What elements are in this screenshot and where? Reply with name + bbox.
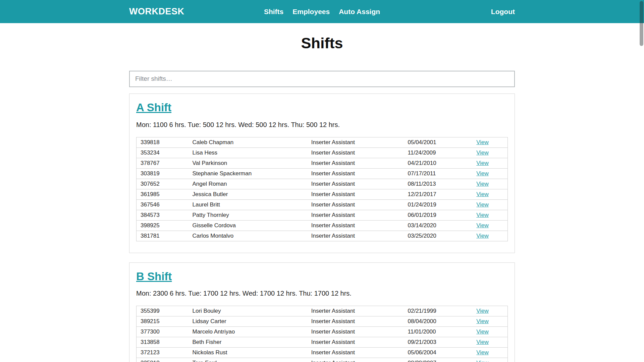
employee-role: Inserter Assistant bbox=[307, 168, 404, 179]
employee-role: Inserter Assistant bbox=[307, 220, 404, 231]
employee-role: Inserter Assistant bbox=[307, 210, 404, 220]
view-link[interactable]: View bbox=[476, 308, 489, 314]
employee-name: Marcelo Antriyao bbox=[188, 327, 307, 337]
employee-date: 03/14/2020 bbox=[404, 220, 473, 231]
shift-name-link[interactable]: A Shift bbox=[136, 101, 171, 114]
view-link[interactable]: View bbox=[476, 233, 489, 239]
employee-role: Inserter Assistant bbox=[307, 348, 404, 358]
employee-row: 361985 Jessica Butler Inserter Assistant… bbox=[137, 189, 508, 199]
employee-name: Val Parkinson bbox=[188, 158, 307, 168]
employee-row: 339818 Caleb Chapman Inserter Assistant … bbox=[137, 137, 508, 147]
employee-role: Inserter Assistant bbox=[307, 189, 404, 199]
employee-view-cell: View bbox=[472, 210, 507, 220]
employee-table: 339818 Caleb Chapman Inserter Assistant … bbox=[136, 137, 508, 241]
employee-id: 378767 bbox=[137, 158, 189, 168]
employee-id: 384573 bbox=[137, 210, 189, 220]
employee-view-cell: View bbox=[472, 316, 507, 327]
view-link[interactable]: View bbox=[476, 318, 489, 324]
header-container: WORKDESK ShiftsEmployeesAuto Assign Logo… bbox=[129, 0, 515, 23]
employee-view-cell: View bbox=[472, 137, 507, 147]
employee-name: Laurel Britt bbox=[188, 199, 307, 210]
filter-input[interactable] bbox=[129, 71, 515, 87]
employee-date: 02/21/1999 bbox=[404, 306, 473, 316]
employee-role: Inserter Assistant bbox=[307, 179, 404, 189]
scrollbar-thumb[interactable] bbox=[640, 1, 643, 46]
employee-name: Jessica Butler bbox=[188, 189, 307, 199]
employee-id: 389215 bbox=[137, 316, 189, 327]
employee-row: 384573 Patty Thornley Inserter Assistant… bbox=[137, 210, 508, 220]
employee-role: Inserter Assistant bbox=[307, 199, 404, 210]
view-link[interactable]: View bbox=[476, 181, 489, 187]
employee-row: 389215 Lidsay Carter Inserter Assistant … bbox=[137, 316, 508, 327]
employee-date: 05/04/2001 bbox=[404, 137, 473, 147]
view-link[interactable]: View bbox=[476, 360, 489, 362]
view-link[interactable]: View bbox=[476, 328, 489, 335]
logout-link[interactable]: Logout bbox=[491, 8, 515, 16]
employee-view-cell: View bbox=[472, 147, 507, 158]
employee-date: 03/25/2020 bbox=[404, 231, 473, 241]
employee-role: Inserter Assistant bbox=[307, 306, 404, 316]
employee-name: Caleb Chapman bbox=[188, 137, 307, 147]
employee-name: Gisselle Cordova bbox=[188, 220, 307, 231]
page-title: Shifts bbox=[129, 35, 515, 52]
employee-name: Beth Fisher bbox=[188, 337, 307, 348]
view-link[interactable]: View bbox=[476, 139, 489, 145]
employee-row: 398925 Gisselle Cordova Inserter Assista… bbox=[137, 220, 508, 231]
employee-view-cell: View bbox=[472, 358, 507, 362]
brand-logo[interactable]: WORKDESK bbox=[129, 6, 184, 17]
employee-id: 307652 bbox=[137, 179, 189, 189]
nav-item-auto-assign[interactable]: Auto Assign bbox=[339, 8, 380, 16]
shift-name-link[interactable]: B Shift bbox=[136, 270, 172, 283]
employee-name: Angel Roman bbox=[188, 179, 307, 189]
employee-role: Inserter Assistant bbox=[307, 358, 404, 362]
employee-date: 05/06/2004 bbox=[404, 348, 473, 358]
employee-row: 313858 Beth Fisher Inserter Assistant 09… bbox=[137, 337, 508, 348]
nav-item-employees[interactable]: Employees bbox=[292, 8, 330, 16]
employee-id: 398925 bbox=[137, 220, 189, 231]
main-content: Shifts A Shift Mon: 1100 6 hrs. Tue: 500… bbox=[129, 35, 515, 362]
view-link[interactable]: View bbox=[476, 201, 489, 208]
employee-date: 06/01/2019 bbox=[404, 210, 473, 220]
employee-id: 381781 bbox=[137, 231, 189, 241]
view-link[interactable]: View bbox=[476, 212, 489, 218]
shift-list: A Shift Mon: 1100 6 hrs. Tue: 500 12 hrs… bbox=[129, 94, 515, 362]
employee-id: 355399 bbox=[137, 306, 189, 316]
employee-row: 355399 Lori Bouley Inserter Assistant 02… bbox=[137, 306, 508, 316]
scrollbar[interactable] bbox=[639, 0, 644, 362]
view-link[interactable]: View bbox=[476, 339, 489, 345]
employee-row: 353234 Lisa Hess Inserter Assistant 11/2… bbox=[137, 147, 508, 158]
employee-date: 04/21/2010 bbox=[404, 158, 473, 168]
app-header: WORKDESK ShiftsEmployeesAuto Assign Logo… bbox=[0, 0, 644, 23]
shift-schedule: Mon: 2300 6 hrs. Tue: 1700 12 hrs. Wed: … bbox=[136, 290, 508, 297]
employee-name: Lisa Hess bbox=[188, 147, 307, 158]
view-link[interactable]: View bbox=[476, 160, 489, 166]
employee-row: 303819 Stephanie Spackerman Inserter Ass… bbox=[137, 168, 508, 179]
employee-view-cell: View bbox=[472, 327, 507, 337]
employee-table: 355399 Lori Bouley Inserter Assistant 02… bbox=[136, 306, 508, 362]
employee-view-cell: View bbox=[472, 189, 507, 199]
employee-row: 367546 Laurel Britt Inserter Assistant 0… bbox=[137, 199, 508, 210]
view-link[interactable]: View bbox=[476, 222, 489, 229]
employee-view-cell: View bbox=[472, 231, 507, 241]
employee-role: Inserter Assistant bbox=[307, 327, 404, 337]
employee-id: 367546 bbox=[137, 199, 189, 210]
employee-id: 353234 bbox=[137, 147, 189, 158]
employee-role: Inserter Assistant bbox=[307, 231, 404, 241]
employee-row: 381781 Carlos Montalvo Inserter Assistan… bbox=[137, 231, 508, 241]
nav-item-shifts[interactable]: Shifts bbox=[264, 8, 283, 16]
employee-role: Inserter Assistant bbox=[307, 147, 404, 158]
view-link[interactable]: View bbox=[476, 191, 489, 197]
employee-view-cell: View bbox=[472, 220, 507, 231]
shift-card: A Shift Mon: 1100 6 hrs. Tue: 500 12 hrs… bbox=[129, 94, 515, 253]
shift-card: B Shift Mon: 2300 6 hrs. Tue: 1700 12 hr… bbox=[129, 262, 515, 362]
employee-name: Carlos Montalvo bbox=[188, 231, 307, 241]
view-link[interactable]: View bbox=[476, 170, 489, 177]
view-link[interactable]: View bbox=[476, 349, 489, 356]
employee-date: 12/21/2017 bbox=[404, 189, 473, 199]
employee-id: 377300 bbox=[137, 327, 189, 337]
employee-date: 09/21/2003 bbox=[404, 337, 473, 348]
employee-date: 11/01/2000 bbox=[404, 327, 473, 337]
view-link[interactable]: View bbox=[476, 149, 489, 156]
shift-card-heading: A Shift bbox=[136, 101, 508, 114]
employee-row: 307652 Angel Roman Inserter Assistant 08… bbox=[137, 179, 508, 189]
